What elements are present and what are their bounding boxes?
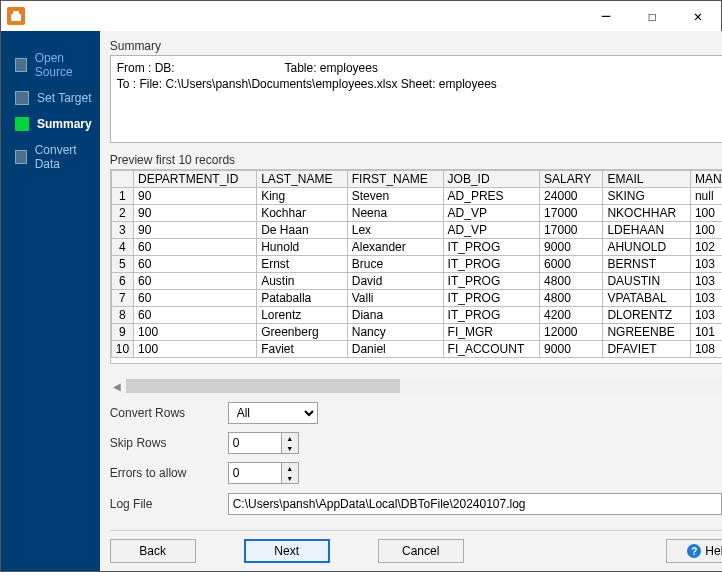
skip-rows-spinner: ▲ ▼ <box>228 432 299 454</box>
table-cell: 60 <box>134 238 257 255</box>
spinner-up-icon[interactable]: ▲ <box>282 433 298 443</box>
table-cell: Diana <box>347 306 443 323</box>
wizard-window: ─ ☐ ✕ Open Source Set Target Summary Con… <box>0 0 722 572</box>
step-bullet-icon <box>15 150 27 164</box>
table-cell: 103 <box>690 289 722 306</box>
row-number-cell: 2 <box>111 204 133 221</box>
column-header[interactable]: FIRST_NAME <box>347 170 443 187</box>
table-cell: 60 <box>134 255 257 272</box>
step-bullet-icon <box>15 91 29 105</box>
table-cell: AHUNOLD <box>603 238 691 255</box>
preview-table-wrap[interactable]: DEPARTMENT_IDLAST_NAMEFIRST_NAMEJOB_IDSA… <box>110 169 722 364</box>
minimize-button[interactable]: ─ <box>583 1 629 31</box>
skip-rows-row: Skip Rows ▲ ▼ <box>110 432 722 454</box>
spinner-down-icon[interactable]: ▼ <box>282 473 298 483</box>
table-row[interactable]: 10100FavietDanielFI_ACCOUNT9000DFAVIET10… <box>111 340 722 357</box>
table-cell: IT_PROG <box>443 238 540 255</box>
body-area: Open Source Set Target Summary Convert D… <box>1 31 721 571</box>
table-cell: NKOCHHAR <box>603 204 691 221</box>
table-cell: Daniel <box>347 340 443 357</box>
table-cell: Lorentz <box>257 306 348 323</box>
table-cell: Greenberg <box>257 323 348 340</box>
table-cell: LDEHAAN <box>603 221 691 238</box>
sidebar-item-set-target[interactable]: Set Target <box>1 85 100 111</box>
back-button-label: Back <box>139 544 166 558</box>
table-cell: DLORENTZ <box>603 306 691 323</box>
next-button-label: Next <box>274 544 299 558</box>
table-row[interactable]: 860LorentzDianaIT_PROG4200DLORENTZ103 <box>111 306 722 323</box>
table-row[interactable]: 190KingStevenAD_PRES24000SKINGnull <box>111 187 722 204</box>
table-cell: Lex <box>347 221 443 238</box>
column-header[interactable]: LAST_NAME <box>257 170 348 187</box>
table-row[interactable]: 560ErnstBruceIT_PROG6000BERNST103 <box>111 255 722 272</box>
column-header[interactable]: JOB_ID <box>443 170 540 187</box>
table-row[interactable]: 660AustinDavidIT_PROG4800DAUSTIN103 <box>111 272 722 289</box>
sidebar-item-summary[interactable]: Summary <box>1 111 100 137</box>
sidebar-item-label: Convert Data <box>35 143 92 171</box>
sidebar-item-label: Open Source <box>35 51 92 79</box>
spinner-up-icon[interactable]: ▲ <box>282 463 298 473</box>
table-cell: Ernst <box>257 255 348 272</box>
table-row[interactable]: 290KochharNeenaAD_VP17000NKOCHHAR100 <box>111 204 722 221</box>
help-button[interactable]: ? Help <box>666 539 722 563</box>
scroll-track[interactable] <box>126 379 722 393</box>
cancel-button-label: Cancel <box>402 544 439 558</box>
table-cell: Faviet <box>257 340 348 357</box>
table-row[interactable]: 390De HaanLexAD_VP17000LDEHAAN100 <box>111 221 722 238</box>
table-cell: 4800 <box>540 272 603 289</box>
sidebar-item-label: Set Target <box>37 91 91 105</box>
errors-input[interactable] <box>228 462 282 484</box>
log-file-input[interactable] <box>228 493 722 515</box>
table-row[interactable]: 460HunoldAlexanderIT_PROG9000AHUNOLD102 <box>111 238 722 255</box>
table-cell: 12000 <box>540 323 603 340</box>
table-row[interactable]: 9100GreenbergNancyFI_MGR12000NGREENBE101 <box>111 323 722 340</box>
preview-horizontal-scrollbar[interactable]: ◀ ▶ <box>110 378 722 394</box>
titlebar: ─ ☐ ✕ <box>1 1 721 31</box>
table-row[interactable]: 760PataballaValliIT_PROG4800VPATABAL103 <box>111 289 722 306</box>
row-number-header <box>111 170 133 187</box>
maximize-button[interactable]: ☐ <box>629 1 675 31</box>
app-icon <box>7 7 25 25</box>
table-cell: FI_MGR <box>443 323 540 340</box>
help-button-label: Help <box>705 544 722 558</box>
convert-rows-select[interactable]: All <box>228 402 318 424</box>
table-cell: Pataballa <box>257 289 348 306</box>
row-number-cell: 10 <box>111 340 133 357</box>
convert-rows-row: Convert Rows All <box>110 402 722 424</box>
cancel-button[interactable]: Cancel <box>378 539 464 563</box>
table-cell: IT_PROG <box>443 306 540 323</box>
spinner-down-icon[interactable]: ▼ <box>282 443 298 453</box>
divider <box>110 530 722 531</box>
convert-rows-label: Convert Rows <box>110 406 228 420</box>
table-cell: 108 <box>690 340 722 357</box>
table-cell: 101 <box>690 323 722 340</box>
column-header[interactable]: SALARY <box>540 170 603 187</box>
table-cell: De Haan <box>257 221 348 238</box>
scroll-left-icon[interactable]: ◀ <box>110 378 124 394</box>
column-header[interactable]: MANAG <box>690 170 722 187</box>
table-cell: 90 <box>134 221 257 238</box>
next-button[interactable]: Next <box>244 539 330 563</box>
table-cell: 90 <box>134 204 257 221</box>
errors-label: Errors to allow <box>110 466 228 480</box>
column-header[interactable]: DEPARTMENT_ID <box>134 170 257 187</box>
row-number-cell: 9 <box>111 323 133 340</box>
sidebar: Open Source Set Target Summary Convert D… <box>1 31 100 571</box>
sidebar-item-convert-data[interactable]: Convert Data <box>1 137 100 177</box>
sidebar-item-open-source[interactable]: Open Source <box>1 45 100 85</box>
table-cell: 4200 <box>540 306 603 323</box>
skip-rows-input[interactable] <box>228 432 282 454</box>
window-controls: ─ ☐ ✕ <box>583 1 721 31</box>
column-header[interactable]: EMAIL <box>603 170 691 187</box>
scroll-thumb[interactable] <box>126 379 401 393</box>
table-cell: FI_ACCOUNT <box>443 340 540 357</box>
svg-rect-0 <box>11 14 21 21</box>
row-number-cell: 1 <box>111 187 133 204</box>
row-number-cell: 8 <box>111 306 133 323</box>
back-button[interactable]: Back <box>110 539 196 563</box>
table-cell: 60 <box>134 272 257 289</box>
summary-to-line: To : File: C:\Users\pansh\Documents\empl… <box>117 76 722 92</box>
table-cell: 100 <box>134 340 257 357</box>
close-button[interactable]: ✕ <box>675 1 721 31</box>
log-file-row: Log File <box>110 492 722 516</box>
